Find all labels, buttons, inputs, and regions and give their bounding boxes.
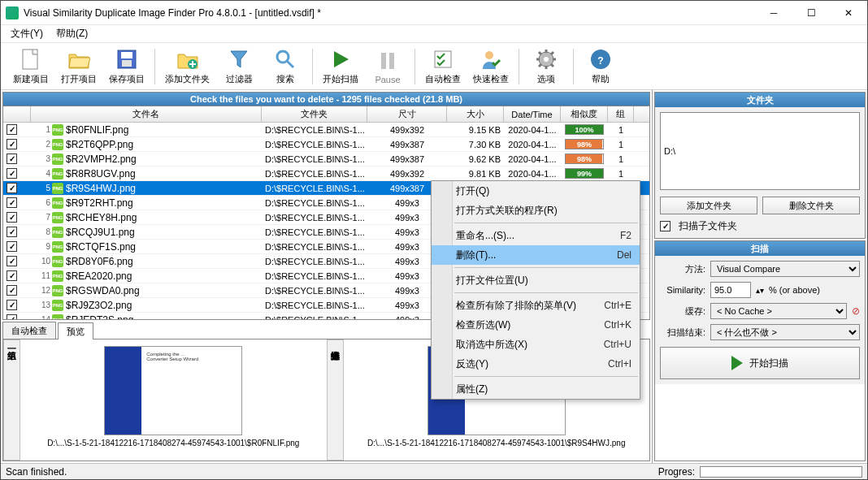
col-size[interactable]: 大小 [447, 106, 504, 122]
search-button[interactable]: 搜索 [263, 45, 308, 88]
file-size: 9.81 KB [447, 166, 504, 180]
file-name: $RCQJ9U1.png [66, 227, 135, 238]
row-checkbox[interactable]: ✓ [7, 285, 17, 296]
png-icon: PNG [52, 300, 63, 311]
menu-help[interactable]: 帮助(Z) [50, 25, 94, 42]
col-check[interactable] [3, 106, 31, 122]
ctx-rename[interactable]: 重命名...(S)...F2 [432, 226, 640, 245]
context-menu: 打开(Q) 打开方式关联的程序(R) 重命名...(S)...F2 删除(T).… [431, 180, 640, 400]
scan-subs-checkbox[interactable]: ✓ [660, 221, 671, 231]
spin-buttons[interactable]: ▴▾ [756, 286, 764, 295]
minimize-button[interactable]: ─ [755, 1, 792, 24]
ctx-invert[interactable]: 反选(Y)Ctrl+I [432, 354, 640, 374]
pause-icon [375, 49, 400, 73]
new-project-button[interactable]: 新建项目 [7, 45, 54, 88]
ctx-delete[interactable]: 删除(T)...Del [432, 245, 640, 265]
file-name: $RD8Y0F6.png [66, 256, 133, 267]
remove-folder-btn[interactable]: 删除文件夹 [762, 197, 860, 214]
help-button[interactable]: ?帮助 [578, 45, 623, 88]
ctx-openwith[interactable]: 打开方式关联的程序(R) [432, 201, 640, 220]
quick-check-button[interactable]: 快速检查 [467, 45, 514, 88]
col-dim[interactable]: 尺寸 [367, 106, 447, 122]
row-checkbox[interactable]: ✓ [7, 256, 17, 266]
png-icon: PNG [52, 285, 63, 296]
file-dim: 499x392 [367, 166, 447, 180]
file-folder: D:\$RECYCLE.BIN\S-1... [262, 196, 367, 210]
col-date[interactable]: Date/Time [504, 106, 561, 122]
file-name: $RCHEY8H.png [66, 212, 137, 223]
maximize-button[interactable]: ☐ [792, 1, 830, 24]
row-checkbox[interactable]: ✓ [7, 227, 17, 237]
auto-check-button[interactable]: 自动检查 [419, 45, 467, 88]
table-row[interactable]: ✓4PNG$R8R8UGV.pngD:\$RECYCLE.BIN\S-1...4… [3, 166, 649, 181]
png-icon: PNG [52, 168, 63, 179]
start-scan-big-button[interactable]: 开始扫描 [660, 347, 860, 379]
cache-clear-icon[interactable]: ⊘ [852, 305, 860, 317]
file-size: 7.30 KB [447, 137, 504, 151]
close-button[interactable]: ✕ [830, 1, 867, 24]
file-name: $RCTQF1S.png [66, 241, 136, 253]
row-checkbox[interactable]: ✓ [7, 270, 17, 281]
row-checkbox[interactable]: ✓ [7, 139, 17, 149]
col-folder[interactable]: 文件夹 [262, 106, 367, 122]
file-folder: D:\$RECYCLE.BIN\S-1... [262, 123, 367, 136]
filter-button[interactable]: 过滤器 [216, 45, 262, 88]
folder-path-input[interactable] [660, 112, 860, 190]
open-project-button[interactable]: 打开项目 [55, 45, 102, 88]
ctx-checksel[interactable]: 检查所选(W)Ctrl+K [432, 315, 640, 335]
save-project-button[interactable]: 保存项目 [103, 45, 150, 88]
col-name[interactable]: 文件名 [31, 106, 262, 122]
row-checkbox[interactable]: ✓ [7, 300, 17, 310]
svg-rect-7 [389, 53, 394, 69]
row-checkbox[interactable]: ✓ [7, 314, 17, 319]
row-checkbox[interactable]: ✓ [7, 124, 17, 135]
start-scan-button[interactable]: 开始扫描 [317, 45, 364, 88]
col-sim[interactable]: 相似度 [561, 106, 608, 122]
ctx-uncheck[interactable]: 取消选中所选(X)Ctrl+U [432, 335, 640, 354]
file-folder: D:\$RECYCLE.BIN\S-1... [262, 313, 367, 319]
method-select[interactable]: Visual Compare [710, 261, 860, 277]
magnifier-icon [273, 48, 297, 71]
add-folder-button[interactable]: 添加文件夹 [159, 45, 215, 88]
scan-title: 扫描 [655, 241, 865, 256]
ctx-open[interactable]: 打开(Q) [432, 181, 640, 201]
table-row[interactable]: ✓3PNG$R2VMPH2.pngD:\$RECYCLE.BIN\S-1...4… [3, 152, 649, 166]
row-checkbox[interactable]: ✓ [7, 212, 17, 223]
row-checkbox[interactable]: ✓ [7, 154, 17, 164]
ctx-openloc[interactable]: 打开文件位置(U) [432, 270, 640, 290]
similarity-input[interactable] [710, 282, 751, 298]
play-icon [731, 356, 743, 370]
tab-autocheck[interactable]: 自动检查 [2, 322, 56, 339]
tab-preview[interactable]: 预览 [58, 322, 93, 339]
png-icon: PNG [52, 124, 63, 136]
pause-button[interactable]: Pause [365, 45, 410, 88]
gear-icon [534, 48, 558, 71]
scanend-select[interactable]: < 什么也不做 > [710, 324, 860, 340]
svg-rect-8 [435, 51, 451, 67]
options-button[interactable]: 选项 [523, 45, 569, 88]
file-name: $RJEDT2S.png [66, 314, 133, 320]
table-row[interactable]: ✓2PNG$R2T6QPP.pngD:\$RECYCLE.BIN\S-1...4… [3, 137, 649, 152]
row-checkbox[interactable]: ✓ [7, 168, 17, 179]
preview-path-2: D:\...\S-1-5-21-18412216-1718408274-4597… [367, 439, 625, 448]
png-icon: PNG [52, 154, 63, 165]
col-group[interactable]: 组 [608, 106, 634, 122]
row-checkbox[interactable]: ✓ [7, 197, 17, 208]
png-icon: PNG [52, 139, 63, 150]
table-row[interactable]: ✓1PNG$R0FNLIF.pngD:\$RECYCLE.BIN\S-1...4… [3, 123, 649, 137]
row-checkbox[interactable]: ✓ [7, 241, 17, 252]
add-folder-btn[interactable]: 添加文件夹 [660, 197, 757, 214]
ctx-checkallexcept[interactable]: 检查所有除了排除的菜单(V)Ctrl+E [432, 296, 640, 315]
svg-point-5 [277, 51, 289, 63]
preview-thumb-1[interactable]: Completing the ...Converter Setup Wizard [104, 346, 242, 435]
png-icon: PNG [52, 270, 63, 282]
svg-rect-6 [381, 53, 386, 69]
file-folder: D:\$RECYCLE.BIN\S-1... [262, 181, 367, 195]
ctx-props[interactable]: 属性(Z) [432, 379, 640, 399]
row-checkbox[interactable]: ✓ [7, 183, 17, 193]
file-name: $R9T2RHT.png [66, 197, 133, 209]
file-name: $R9S4HWJ.png [66, 183, 136, 194]
cache-select[interactable]: < No Cache > [710, 303, 847, 319]
window-title: Visual Similarity Duplicate Image Finder… [24, 7, 755, 19]
menu-file[interactable]: 文件(Y) [4, 25, 50, 42]
